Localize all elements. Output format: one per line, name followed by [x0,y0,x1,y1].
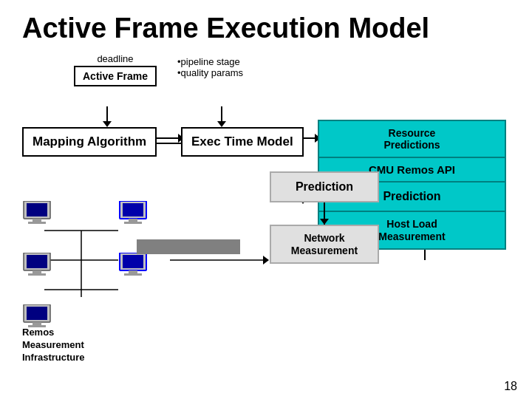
host-load-measurement-label: Host LoadMeasurement [378,218,445,242]
middle-arrow-spacer [270,202,379,225]
resource-predictions-box: ResourcePredictions [319,121,505,158]
network-measurement-box: NetworkMeasurement [270,225,379,265]
network-measurement-label: NetworkMeasurement [291,232,358,256]
svg-rect-29 [33,219,41,222]
computer-svg-3 [22,253,52,281]
svg-rect-34 [124,222,142,224]
svg-rect-40 [123,255,143,268]
prediction-left-box: Prediction [270,171,379,202]
slide: Active Frame Execution Model [0,0,532,399]
computer-svg-2 [118,201,148,229]
svg-rect-44 [27,307,47,320]
slide-title: Active Frame Execution Model [22,13,510,44]
pipeline-bullet-2: •quality params [177,67,243,78]
computer-icon-4 [118,253,148,284]
computer-icon-3 [22,253,52,284]
active-frame-box: Active Frame [74,66,157,86]
svg-rect-36 [27,255,47,268]
remos-measurement-infrastructure: RemosMeasurementInfrastructure [22,327,85,364]
svg-rect-33 [129,219,137,222]
svg-rect-41 [129,270,137,273]
computer-icon-1 [22,201,52,232]
exec-time-model-box: Exec Time Model [181,127,304,157]
left-prediction-column: Prediction NetworkMeasurement [270,171,379,265]
deadline-label: deadline [74,53,157,64]
computer-svg-1 [22,201,52,229]
remos-label: RemosMeasurementInfrastructure [22,327,85,363]
gray-server-bar [137,239,240,254]
resource-predictions-label: ResourcePredictions [383,127,440,151]
svg-rect-30 [28,222,46,224]
svg-rect-37 [33,270,41,273]
svg-rect-42 [124,273,142,276]
page-number: 18 [504,380,517,393]
mapping-algorithm-box: Mapping Algorithm [22,127,157,157]
svg-rect-28 [27,203,47,216]
computer-svg-4 [118,253,148,281]
svg-rect-32 [123,203,143,216]
svg-marker-1 [103,121,112,127]
svg-rect-45 [33,322,41,325]
svg-rect-38 [28,273,46,276]
pipeline-bullet-1: •pipeline stage [177,56,243,67]
svg-marker-3 [217,121,226,127]
deadline-group: deadline Active Frame [74,53,157,86]
pipeline-bullets: •pipeline stage •quality params [177,56,243,78]
computer-icon-2 [118,201,148,232]
svg-marker-26 [263,256,269,265]
